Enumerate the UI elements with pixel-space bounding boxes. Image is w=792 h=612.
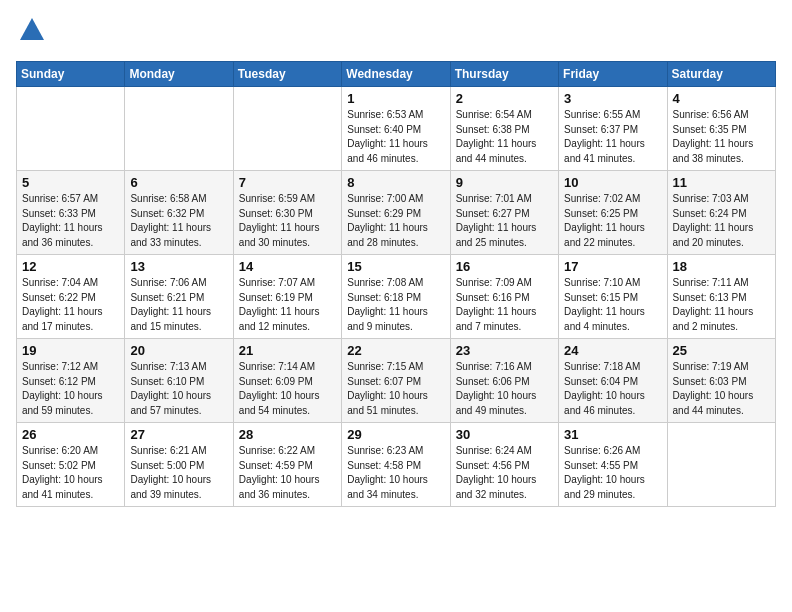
calendar-cell: 28Sunrise: 6:22 AMSunset: 4:59 PMDayligh…	[233, 423, 341, 507]
day-number: 10	[564, 175, 661, 190]
calendar-cell: 5Sunrise: 6:57 AMSunset: 6:33 PMDaylight…	[17, 171, 125, 255]
weekday-header: Friday	[559, 62, 667, 87]
svg-marker-0	[20, 18, 44, 40]
day-info: Sunrise: 6:21 AMSunset: 5:00 PMDaylight:…	[130, 444, 227, 502]
calendar-cell: 15Sunrise: 7:08 AMSunset: 6:18 PMDayligh…	[342, 255, 450, 339]
calendar-cell: 6Sunrise: 6:58 AMSunset: 6:32 PMDaylight…	[125, 171, 233, 255]
calendar-week-row: 12Sunrise: 7:04 AMSunset: 6:22 PMDayligh…	[17, 255, 776, 339]
day-info: Sunrise: 6:24 AMSunset: 4:56 PMDaylight:…	[456, 444, 553, 502]
day-number: 12	[22, 259, 119, 274]
day-info: Sunrise: 7:00 AMSunset: 6:29 PMDaylight:…	[347, 192, 444, 250]
day-number: 24	[564, 343, 661, 358]
day-info: Sunrise: 7:13 AMSunset: 6:10 PMDaylight:…	[130, 360, 227, 418]
weekday-header: Monday	[125, 62, 233, 87]
day-info: Sunrise: 6:55 AMSunset: 6:37 PMDaylight:…	[564, 108, 661, 166]
day-info: Sunrise: 6:23 AMSunset: 4:58 PMDaylight:…	[347, 444, 444, 502]
day-number: 25	[673, 343, 770, 358]
calendar-cell: 23Sunrise: 7:16 AMSunset: 6:06 PMDayligh…	[450, 339, 558, 423]
day-number: 11	[673, 175, 770, 190]
day-info: Sunrise: 7:12 AMSunset: 6:12 PMDaylight:…	[22, 360, 119, 418]
calendar-cell: 8Sunrise: 7:00 AMSunset: 6:29 PMDaylight…	[342, 171, 450, 255]
calendar-week-row: 19Sunrise: 7:12 AMSunset: 6:12 PMDayligh…	[17, 339, 776, 423]
day-info: Sunrise: 7:01 AMSunset: 6:27 PMDaylight:…	[456, 192, 553, 250]
weekday-header: Sunday	[17, 62, 125, 87]
page-header	[16, 16, 776, 49]
day-number: 29	[347, 427, 444, 442]
calendar-cell: 29Sunrise: 6:23 AMSunset: 4:58 PMDayligh…	[342, 423, 450, 507]
logo-icon	[18, 16, 46, 44]
day-info: Sunrise: 7:10 AMSunset: 6:15 PMDaylight:…	[564, 276, 661, 334]
day-number: 5	[22, 175, 119, 190]
day-info: Sunrise: 7:04 AMSunset: 6:22 PMDaylight:…	[22, 276, 119, 334]
day-info: Sunrise: 7:02 AMSunset: 6:25 PMDaylight:…	[564, 192, 661, 250]
day-number: 21	[239, 343, 336, 358]
calendar-header-row: SundayMondayTuesdayWednesdayThursdayFrid…	[17, 62, 776, 87]
calendar-cell: 10Sunrise: 7:02 AMSunset: 6:25 PMDayligh…	[559, 171, 667, 255]
day-info: Sunrise: 6:59 AMSunset: 6:30 PMDaylight:…	[239, 192, 336, 250]
day-info: Sunrise: 6:22 AMSunset: 4:59 PMDaylight:…	[239, 444, 336, 502]
day-number: 16	[456, 259, 553, 274]
weekday-header: Wednesday	[342, 62, 450, 87]
day-info: Sunrise: 7:03 AMSunset: 6:24 PMDaylight:…	[673, 192, 770, 250]
day-info: Sunrise: 7:14 AMSunset: 6:09 PMDaylight:…	[239, 360, 336, 418]
day-info: Sunrise: 6:20 AMSunset: 5:02 PMDaylight:…	[22, 444, 119, 502]
day-info: Sunrise: 7:09 AMSunset: 6:16 PMDaylight:…	[456, 276, 553, 334]
logo	[16, 16, 46, 49]
day-number: 6	[130, 175, 227, 190]
calendar-cell	[17, 87, 125, 171]
calendar-week-row: 5Sunrise: 6:57 AMSunset: 6:33 PMDaylight…	[17, 171, 776, 255]
calendar-cell	[233, 87, 341, 171]
calendar-week-row: 26Sunrise: 6:20 AMSunset: 5:02 PMDayligh…	[17, 423, 776, 507]
calendar-cell: 1Sunrise: 6:53 AMSunset: 6:40 PMDaylight…	[342, 87, 450, 171]
day-number: 20	[130, 343, 227, 358]
day-number: 15	[347, 259, 444, 274]
calendar-cell	[125, 87, 233, 171]
day-info: Sunrise: 6:57 AMSunset: 6:33 PMDaylight:…	[22, 192, 119, 250]
calendar-table: SundayMondayTuesdayWednesdayThursdayFrid…	[16, 61, 776, 507]
day-info: Sunrise: 7:16 AMSunset: 6:06 PMDaylight:…	[456, 360, 553, 418]
calendar-cell: 4Sunrise: 6:56 AMSunset: 6:35 PMDaylight…	[667, 87, 775, 171]
calendar-cell: 18Sunrise: 7:11 AMSunset: 6:13 PMDayligh…	[667, 255, 775, 339]
day-number: 3	[564, 91, 661, 106]
calendar-cell: 13Sunrise: 7:06 AMSunset: 6:21 PMDayligh…	[125, 255, 233, 339]
calendar-cell: 16Sunrise: 7:09 AMSunset: 6:16 PMDayligh…	[450, 255, 558, 339]
calendar-cell: 11Sunrise: 7:03 AMSunset: 6:24 PMDayligh…	[667, 171, 775, 255]
day-number: 19	[22, 343, 119, 358]
day-info: Sunrise: 7:19 AMSunset: 6:03 PMDaylight:…	[673, 360, 770, 418]
calendar-cell: 9Sunrise: 7:01 AMSunset: 6:27 PMDaylight…	[450, 171, 558, 255]
calendar-cell: 31Sunrise: 6:26 AMSunset: 4:55 PMDayligh…	[559, 423, 667, 507]
day-number: 4	[673, 91, 770, 106]
calendar-cell: 25Sunrise: 7:19 AMSunset: 6:03 PMDayligh…	[667, 339, 775, 423]
day-info: Sunrise: 7:06 AMSunset: 6:21 PMDaylight:…	[130, 276, 227, 334]
calendar-cell: 30Sunrise: 6:24 AMSunset: 4:56 PMDayligh…	[450, 423, 558, 507]
day-number: 30	[456, 427, 553, 442]
day-info: Sunrise: 7:11 AMSunset: 6:13 PMDaylight:…	[673, 276, 770, 334]
day-number: 1	[347, 91, 444, 106]
day-info: Sunrise: 6:26 AMSunset: 4:55 PMDaylight:…	[564, 444, 661, 502]
calendar-cell: 26Sunrise: 6:20 AMSunset: 5:02 PMDayligh…	[17, 423, 125, 507]
calendar-cell: 19Sunrise: 7:12 AMSunset: 6:12 PMDayligh…	[17, 339, 125, 423]
day-info: Sunrise: 7:18 AMSunset: 6:04 PMDaylight:…	[564, 360, 661, 418]
calendar-week-row: 1Sunrise: 6:53 AMSunset: 6:40 PMDaylight…	[17, 87, 776, 171]
day-number: 26	[22, 427, 119, 442]
day-number: 28	[239, 427, 336, 442]
calendar-cell: 27Sunrise: 6:21 AMSunset: 5:00 PMDayligh…	[125, 423, 233, 507]
calendar-cell: 3Sunrise: 6:55 AMSunset: 6:37 PMDaylight…	[559, 87, 667, 171]
day-info: Sunrise: 7:08 AMSunset: 6:18 PMDaylight:…	[347, 276, 444, 334]
weekday-header: Tuesday	[233, 62, 341, 87]
calendar-cell: 20Sunrise: 7:13 AMSunset: 6:10 PMDayligh…	[125, 339, 233, 423]
calendar-cell: 21Sunrise: 7:14 AMSunset: 6:09 PMDayligh…	[233, 339, 341, 423]
day-number: 14	[239, 259, 336, 274]
day-info: Sunrise: 7:15 AMSunset: 6:07 PMDaylight:…	[347, 360, 444, 418]
calendar-cell: 12Sunrise: 7:04 AMSunset: 6:22 PMDayligh…	[17, 255, 125, 339]
day-info: Sunrise: 6:54 AMSunset: 6:38 PMDaylight:…	[456, 108, 553, 166]
calendar-cell: 22Sunrise: 7:15 AMSunset: 6:07 PMDayligh…	[342, 339, 450, 423]
day-info: Sunrise: 7:07 AMSunset: 6:19 PMDaylight:…	[239, 276, 336, 334]
day-number: 8	[347, 175, 444, 190]
weekday-header: Thursday	[450, 62, 558, 87]
day-info: Sunrise: 6:53 AMSunset: 6:40 PMDaylight:…	[347, 108, 444, 166]
day-number: 23	[456, 343, 553, 358]
day-number: 7	[239, 175, 336, 190]
day-number: 27	[130, 427, 227, 442]
calendar-cell	[667, 423, 775, 507]
